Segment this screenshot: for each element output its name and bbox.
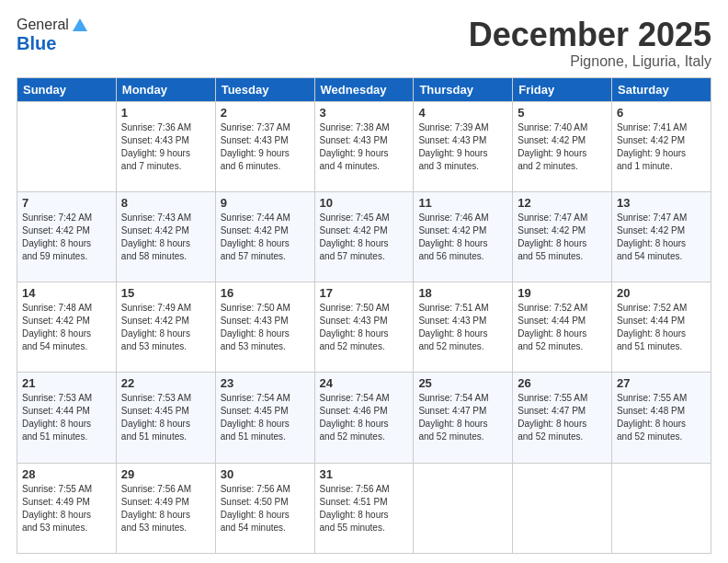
col-wednesday: Wednesday xyxy=(314,77,414,101)
calendar-cell: 22Sunrise: 7:53 AM Sunset: 4:45 PM Dayli… xyxy=(116,373,215,463)
calendar-cell: 20Sunrise: 7:52 AM Sunset: 4:44 PM Dayli… xyxy=(612,282,711,373)
day-info: Sunrise: 7:42 AM Sunset: 4:42 PM Dayligh… xyxy=(22,212,111,263)
day-info: Sunrise: 7:40 AM Sunset: 4:42 PM Dayligh… xyxy=(518,121,607,173)
calendar-cell: 1Sunrise: 7:36 AM Sunset: 4:43 PM Daylig… xyxy=(116,101,215,191)
day-number: 3 xyxy=(320,106,409,120)
day-info: Sunrise: 7:47 AM Sunset: 4:42 PM Dayligh… xyxy=(518,212,607,263)
logo-general-text: General xyxy=(17,17,69,33)
day-number: 21 xyxy=(22,376,111,390)
day-info: Sunrise: 7:55 AM Sunset: 4:47 PM Dayligh… xyxy=(518,392,607,443)
day-number: 14 xyxy=(22,286,111,300)
day-number: 6 xyxy=(617,106,706,120)
day-number: 24 xyxy=(320,376,409,390)
day-number: 20 xyxy=(617,286,706,300)
svg-marker-0 xyxy=(73,18,87,31)
calendar-cell: 11Sunrise: 7:46 AM Sunset: 4:42 PM Dayli… xyxy=(414,191,513,282)
logo-icon xyxy=(71,17,87,33)
day-number: 10 xyxy=(320,196,409,210)
day-number: 19 xyxy=(518,286,607,300)
col-monday: Monday xyxy=(116,77,215,101)
col-saturday: Saturday xyxy=(612,77,711,101)
calendar-cell: 14Sunrise: 7:48 AM Sunset: 4:42 PM Dayli… xyxy=(17,282,117,373)
day-info: Sunrise: 7:53 AM Sunset: 4:44 PM Dayligh… xyxy=(22,392,111,443)
day-number: 2 xyxy=(221,106,310,120)
calendar-cell: 3Sunrise: 7:38 AM Sunset: 4:43 PM Daylig… xyxy=(314,101,414,191)
day-info: Sunrise: 7:48 AM Sunset: 4:42 PM Dayligh… xyxy=(22,302,111,353)
calendar-cell: 15Sunrise: 7:49 AM Sunset: 4:42 PM Dayli… xyxy=(116,282,215,373)
day-number: 28 xyxy=(22,467,111,481)
calendar-table: Sunday Monday Tuesday Wednesday Thursday… xyxy=(17,77,711,554)
calendar-cell: 30Sunrise: 7:56 AM Sunset: 4:50 PM Dayli… xyxy=(215,463,314,553)
calendar-cell: 24Sunrise: 7:54 AM Sunset: 4:46 PM Dayli… xyxy=(314,373,414,463)
calendar-cell: 10Sunrise: 7:45 AM Sunset: 4:42 PM Dayli… xyxy=(314,191,414,282)
day-number: 17 xyxy=(320,286,409,300)
logo: General Blue xyxy=(17,17,87,54)
location: Pignone, Liguria, Italy xyxy=(469,53,711,70)
day-number: 1 xyxy=(121,106,210,120)
day-info: Sunrise: 7:51 AM Sunset: 4:43 PM Dayligh… xyxy=(418,302,507,353)
day-number: 25 xyxy=(418,376,507,390)
day-info: Sunrise: 7:55 AM Sunset: 4:48 PM Dayligh… xyxy=(617,392,706,443)
calendar-week-1: 1Sunrise: 7:36 AM Sunset: 4:43 PM Daylig… xyxy=(17,101,711,191)
day-number: 18 xyxy=(418,286,507,300)
calendar-week-5: 28Sunrise: 7:55 AM Sunset: 4:49 PM Dayli… xyxy=(17,463,711,553)
day-info: Sunrise: 7:52 AM Sunset: 4:44 PM Dayligh… xyxy=(617,302,706,353)
day-info: Sunrise: 7:52 AM Sunset: 4:44 PM Dayligh… xyxy=(518,302,607,353)
calendar-cell: 5Sunrise: 7:40 AM Sunset: 4:42 PM Daylig… xyxy=(513,101,612,191)
calendar-week-2: 7Sunrise: 7:42 AM Sunset: 4:42 PM Daylig… xyxy=(17,191,711,282)
calendar-cell: 2Sunrise: 7:37 AM Sunset: 4:43 PM Daylig… xyxy=(215,101,314,191)
day-number: 5 xyxy=(518,106,607,120)
day-number: 23 xyxy=(221,376,310,390)
day-number: 13 xyxy=(617,196,706,210)
day-info: Sunrise: 7:36 AM Sunset: 4:43 PM Dayligh… xyxy=(121,121,210,173)
day-info: Sunrise: 7:47 AM Sunset: 4:42 PM Dayligh… xyxy=(617,212,706,263)
day-info: Sunrise: 7:37 AM Sunset: 4:43 PM Dayligh… xyxy=(221,121,310,173)
day-number: 4 xyxy=(418,106,507,120)
header-row: Sunday Monday Tuesday Wednesday Thursday… xyxy=(17,77,711,101)
day-info: Sunrise: 7:54 AM Sunset: 4:46 PM Dayligh… xyxy=(320,392,409,443)
calendar-cell xyxy=(612,463,711,553)
calendar-cell xyxy=(17,101,117,191)
day-info: Sunrise: 7:54 AM Sunset: 4:45 PM Dayligh… xyxy=(221,392,310,443)
day-info: Sunrise: 7:46 AM Sunset: 4:42 PM Dayligh… xyxy=(418,212,507,263)
page-container: General Blue December 2025 Pignone, Ligu… xyxy=(0,0,728,563)
header: General Blue December 2025 Pignone, Ligu… xyxy=(17,17,711,70)
day-number: 7 xyxy=(22,196,111,210)
day-info: Sunrise: 7:56 AM Sunset: 4:49 PM Dayligh… xyxy=(121,483,210,534)
col-friday: Friday xyxy=(513,77,612,101)
day-info: Sunrise: 7:43 AM Sunset: 4:42 PM Dayligh… xyxy=(121,212,210,263)
day-number: 9 xyxy=(221,196,310,210)
calendar-cell: 17Sunrise: 7:50 AM Sunset: 4:43 PM Dayli… xyxy=(314,282,414,373)
calendar-cell: 28Sunrise: 7:55 AM Sunset: 4:49 PM Dayli… xyxy=(17,463,117,553)
calendar-cell: 16Sunrise: 7:50 AM Sunset: 4:43 PM Dayli… xyxy=(215,282,314,373)
day-info: Sunrise: 7:55 AM Sunset: 4:49 PM Dayligh… xyxy=(22,483,111,534)
day-number: 16 xyxy=(221,286,310,300)
calendar-cell: 31Sunrise: 7:56 AM Sunset: 4:51 PM Dayli… xyxy=(314,463,414,553)
calendar-cell: 6Sunrise: 7:41 AM Sunset: 4:42 PM Daylig… xyxy=(612,101,711,191)
logo-blue-text: Blue xyxy=(17,33,56,54)
calendar-cell xyxy=(513,463,612,553)
day-number: 8 xyxy=(121,196,210,210)
calendar-cell: 13Sunrise: 7:47 AM Sunset: 4:42 PM Dayli… xyxy=(612,191,711,282)
day-info: Sunrise: 7:53 AM Sunset: 4:45 PM Dayligh… xyxy=(121,392,210,443)
day-info: Sunrise: 7:38 AM Sunset: 4:43 PM Dayligh… xyxy=(320,121,409,173)
calendar-cell: 8Sunrise: 7:43 AM Sunset: 4:42 PM Daylig… xyxy=(116,191,215,282)
calendar-cell: 21Sunrise: 7:53 AM Sunset: 4:44 PM Dayli… xyxy=(17,373,117,463)
calendar-cell: 23Sunrise: 7:54 AM Sunset: 4:45 PM Dayli… xyxy=(215,373,314,463)
month-title: December 2025 xyxy=(469,17,711,53)
day-info: Sunrise: 7:54 AM Sunset: 4:47 PM Dayligh… xyxy=(418,392,507,443)
day-info: Sunrise: 7:49 AM Sunset: 4:42 PM Dayligh… xyxy=(121,302,210,353)
day-number: 22 xyxy=(121,376,210,390)
calendar-cell: 29Sunrise: 7:56 AM Sunset: 4:49 PM Dayli… xyxy=(116,463,215,553)
title-block: December 2025 Pignone, Liguria, Italy xyxy=(469,17,711,70)
day-info: Sunrise: 7:41 AM Sunset: 4:42 PM Dayligh… xyxy=(617,121,706,173)
calendar-cell: 7Sunrise: 7:42 AM Sunset: 4:42 PM Daylig… xyxy=(17,191,117,282)
calendar-cell: 27Sunrise: 7:55 AM Sunset: 4:48 PM Dayli… xyxy=(612,373,711,463)
day-number: 15 xyxy=(121,286,210,300)
day-number: 31 xyxy=(320,467,409,481)
calendar-cell: 12Sunrise: 7:47 AM Sunset: 4:42 PM Dayli… xyxy=(513,191,612,282)
day-info: Sunrise: 7:44 AM Sunset: 4:42 PM Dayligh… xyxy=(221,212,310,263)
day-info: Sunrise: 7:50 AM Sunset: 4:43 PM Dayligh… xyxy=(320,302,409,353)
calendar-cell xyxy=(414,463,513,553)
calendar-cell: 19Sunrise: 7:52 AM Sunset: 4:44 PM Dayli… xyxy=(513,282,612,373)
